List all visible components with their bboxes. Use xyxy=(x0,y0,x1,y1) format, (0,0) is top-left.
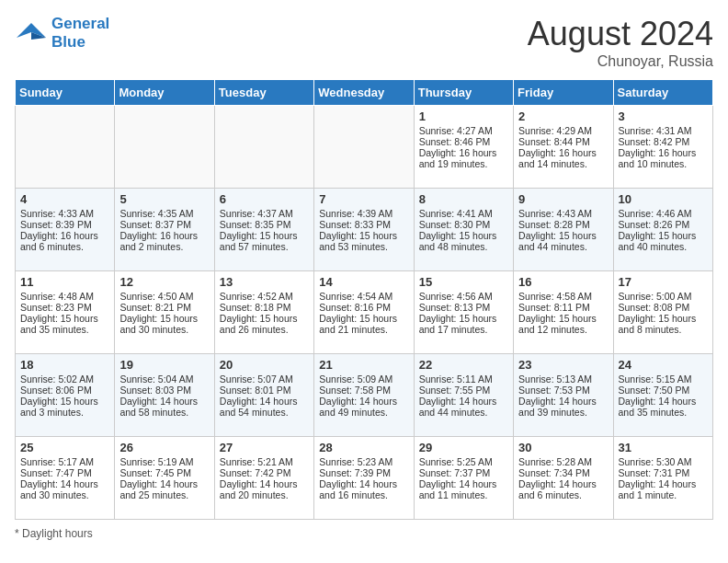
day-number: 9 xyxy=(518,192,608,206)
day-info-line: and 17 minutes. xyxy=(419,324,508,335)
calendar-cell: 12Sunrise: 4:50 AMSunset: 8:21 PMDayligh… xyxy=(115,271,214,354)
day-info-line: Sunrise: 4:35 AM xyxy=(119,208,209,219)
day-info-line: Daylight: 14 hours xyxy=(619,478,708,489)
day-number: 5 xyxy=(119,192,209,206)
day-info-line: Sunrise: 4:27 AM xyxy=(419,125,508,136)
day-info-line: Sunset: 8:21 PM xyxy=(119,302,209,313)
calendar-cell: 1Sunrise: 4:27 AMSunset: 8:46 PMDaylight… xyxy=(414,106,513,189)
day-number: 1 xyxy=(419,109,508,123)
day-number: 14 xyxy=(319,275,408,289)
calendar-cell: 20Sunrise: 5:07 AMSunset: 8:01 PMDayligh… xyxy=(214,354,313,437)
calendar-cell: 14Sunrise: 4:54 AMSunset: 8:16 PMDayligh… xyxy=(314,271,414,354)
calendar-cell xyxy=(214,106,313,189)
calendar-cell: 27Sunrise: 5:21 AMSunset: 7:42 PMDayligh… xyxy=(214,437,313,520)
calendar-cell: 18Sunrise: 5:02 AMSunset: 8:06 PMDayligh… xyxy=(16,354,115,437)
day-info-line: Sunrise: 4:52 AM xyxy=(220,291,309,302)
day-number: 16 xyxy=(518,275,608,289)
header-day-thursday: Thursday xyxy=(414,80,513,106)
calendar-cell: 16Sunrise: 4:58 AMSunset: 8:11 PMDayligh… xyxy=(514,271,613,354)
calendar-cell: 9Sunrise: 4:43 AMSunset: 8:28 PMDaylight… xyxy=(514,189,613,271)
day-number: 31 xyxy=(619,441,708,454)
day-info-line: Sunrise: 4:43 AM xyxy=(518,208,608,219)
day-info-line: Daylight: 15 hours xyxy=(20,313,109,324)
day-info-line: Daylight: 14 hours xyxy=(518,478,608,489)
header-day-friday: Friday xyxy=(514,80,613,106)
day-number: 15 xyxy=(419,275,508,289)
header-day-saturday: Saturday xyxy=(613,80,712,106)
day-info-line: Daylight: 16 hours xyxy=(20,230,109,241)
day-info-line: and 53 minutes. xyxy=(319,241,408,252)
day-info-line: and 40 minutes. xyxy=(619,241,708,252)
day-info-line: Daylight: 14 hours xyxy=(619,396,708,407)
day-number: 18 xyxy=(20,358,109,372)
day-info-line: and 30 minutes. xyxy=(20,489,109,500)
day-info-line: Sunset: 8:44 PM xyxy=(518,136,608,147)
day-info-line: Sunrise: 5:04 AM xyxy=(119,373,209,385)
day-info-line: Daylight: 14 hours xyxy=(20,478,109,489)
day-info-line: Daylight: 16 hours xyxy=(518,147,608,158)
day-number: 6 xyxy=(220,192,309,206)
logo-icon xyxy=(15,19,48,47)
day-info-line: Sunrise: 5:02 AM xyxy=(20,373,109,385)
day-number: 28 xyxy=(319,441,408,454)
month-year: August 2024 xyxy=(528,15,713,53)
header-day-wednesday: Wednesday xyxy=(314,80,414,106)
calendar-cell: 25Sunrise: 5:17 AMSunset: 7:47 PMDayligh… xyxy=(16,437,115,520)
day-info-line: and 6 minutes. xyxy=(518,489,608,500)
logo: General Blue xyxy=(15,15,109,52)
day-number: 27 xyxy=(220,441,309,454)
day-info-line: and 57 minutes. xyxy=(220,241,309,252)
day-info-line: Sunrise: 5:07 AM xyxy=(220,373,309,385)
day-info-line: Sunset: 7:45 PM xyxy=(119,467,209,478)
calendar-cell: 4Sunrise: 4:33 AMSunset: 8:39 PMDaylight… xyxy=(16,189,115,271)
calendar-cell: 3Sunrise: 4:31 AMSunset: 8:42 PMDaylight… xyxy=(613,106,712,189)
calendar-cell: 31Sunrise: 5:30 AMSunset: 7:31 PMDayligh… xyxy=(613,437,712,520)
day-info-line: Sunset: 8:01 PM xyxy=(220,385,309,396)
day-info-line: Sunrise: 5:28 AM xyxy=(518,456,608,467)
calendar-cell: 22Sunrise: 5:11 AMSunset: 7:55 PMDayligh… xyxy=(414,354,513,437)
calendar-cell: 10Sunrise: 4:46 AMSunset: 8:26 PMDayligh… xyxy=(613,189,712,271)
day-info-line: Sunset: 8:46 PM xyxy=(419,136,508,147)
week-row-1: 1Sunrise: 4:27 AMSunset: 8:46 PMDaylight… xyxy=(16,106,713,189)
day-info-line: Sunset: 8:11 PM xyxy=(518,302,608,313)
day-info-line: Daylight: 14 hours xyxy=(119,396,209,407)
day-info-line: Sunset: 8:03 PM xyxy=(119,385,209,396)
day-number: 17 xyxy=(619,275,708,289)
day-info-line: and 48 minutes. xyxy=(419,241,508,252)
calendar-cell: 30Sunrise: 5:28 AMSunset: 7:34 PMDayligh… xyxy=(514,437,613,520)
day-number: 23 xyxy=(518,358,608,372)
day-info-line: Sunrise: 5:00 AM xyxy=(619,291,708,302)
day-info-line: Sunrise: 5:15 AM xyxy=(619,373,708,385)
day-info-line: Sunset: 8:37 PM xyxy=(119,219,209,230)
day-info-line: and 35 minutes. xyxy=(20,324,109,335)
day-info-line: Daylight: 15 hours xyxy=(220,230,309,241)
day-info-line: Sunset: 8:23 PM xyxy=(20,302,109,313)
day-info-line: Sunrise: 4:41 AM xyxy=(419,208,508,219)
calendar-cell xyxy=(16,106,115,189)
calendar-cell: 5Sunrise: 4:35 AMSunset: 8:37 PMDaylight… xyxy=(115,189,214,271)
day-info-line: and 10 minutes. xyxy=(619,158,708,169)
week-row-4: 18Sunrise: 5:02 AMSunset: 8:06 PMDayligh… xyxy=(16,354,713,437)
day-number: 19 xyxy=(119,358,209,372)
day-info-line: Daylight: 16 hours xyxy=(419,147,508,158)
day-info-line: Sunset: 7:39 PM xyxy=(319,467,408,478)
calendar-cell: 17Sunrise: 5:00 AMSunset: 8:08 PMDayligh… xyxy=(613,271,712,354)
calendar-cell: 19Sunrise: 5:04 AMSunset: 8:03 PMDayligh… xyxy=(115,354,214,437)
day-number: 30 xyxy=(518,441,608,454)
day-info-line: and 2 minutes. xyxy=(119,241,209,252)
day-info-line: Sunrise: 5:17 AM xyxy=(20,456,109,467)
header-day-sunday: Sunday xyxy=(16,80,115,106)
header-day-tuesday: Tuesday xyxy=(214,80,313,106)
day-info-line: and 44 minutes. xyxy=(419,407,508,418)
day-info-line: Sunset: 8:28 PM xyxy=(518,219,608,230)
day-info-line: Daylight: 15 hours xyxy=(319,230,408,241)
day-number: 25 xyxy=(20,441,109,454)
day-info-line: and 21 minutes. xyxy=(319,324,408,335)
day-info-line: Daylight: 15 hours xyxy=(518,313,608,324)
calendar-cell: 23Sunrise: 5:13 AMSunset: 7:53 PMDayligh… xyxy=(514,354,613,437)
day-info-line: and 3 minutes. xyxy=(20,407,109,418)
title-block: August 2024 Chunoyar, Russia xyxy=(528,15,713,70)
day-info-line: Daylight: 14 hours xyxy=(518,396,608,407)
day-number: 7 xyxy=(319,192,408,206)
day-info-line: and 1 minute. xyxy=(619,489,708,500)
